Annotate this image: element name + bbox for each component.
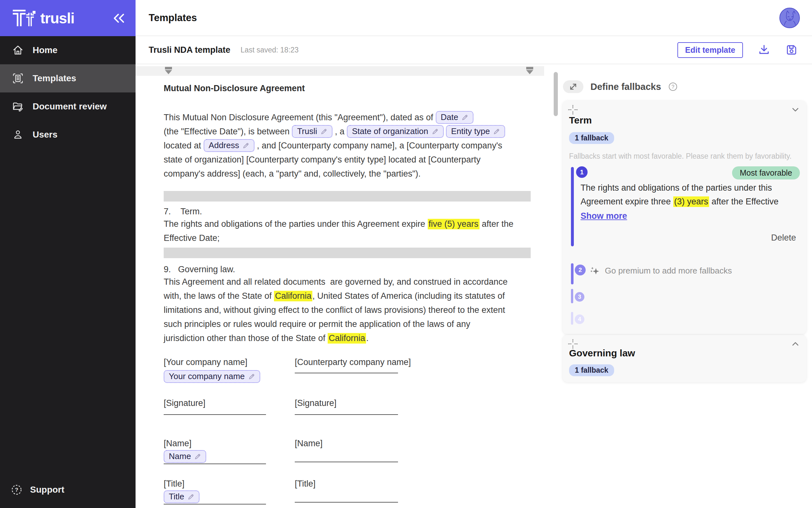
doc-text: state of organization] [Counterparty com… <box>164 155 480 165</box>
doc-text: after the Effective <box>709 197 778 207</box>
fallback-rank-2: 2 Go premium to add more fallbacks <box>569 263 800 286</box>
inline-editable-chip[interactable]: Entity type <box>446 125 505 137</box>
title-chip-slot: Title <box>164 490 295 504</box>
edit-template-button[interactable]: Edit template <box>677 42 743 58</box>
rank-number: 2 <box>575 264 586 276</box>
svg-text:?: ? <box>15 487 18 493</box>
chip-label: Address <box>209 140 239 151</box>
company-name-label-left: [Your company name] <box>164 357 295 368</box>
chip-label: Your company name <box>169 371 245 381</box>
svg-text:?: ? <box>671 84 674 90</box>
inline-editable-chip[interactable]: Name <box>164 450 206 463</box>
inline-editable-chip[interactable]: Address <box>204 139 254 152</box>
document-heading: Mutual Non-Disclosure Agreement <box>164 83 534 94</box>
doc-line: jurisdiction other than those of the Sta… <box>164 331 534 345</box>
document-ruler <box>136 66 544 76</box>
fallback-count-badge: 1 fallback <box>569 132 614 144</box>
chevron-up-icon[interactable] <box>790 339 801 349</box>
trusli-logo-icon <box>10 8 37 29</box>
doc-text: (the "Effective Date"), is between <box>164 127 292 137</box>
templates-icon <box>12 73 23 84</box>
signature-line <box>295 414 398 415</box>
doc-text: company's address] (each, a "party" and,… <box>164 169 421 179</box>
fallback-rank-4: 4 <box>569 312 800 327</box>
card-heading: Term <box>569 115 592 126</box>
inline-editable-chip[interactable]: Trusli <box>292 125 332 137</box>
sidebar: trusli Home <box>0 0 136 508</box>
doc-line: company's address] (each, a "party" and,… <box>164 167 534 181</box>
document-scrollbar-thumb[interactable] <box>554 72 558 116</box>
highlight-text: California <box>328 333 366 344</box>
signature-label-left: [Signature] <box>164 398 295 409</box>
signature-line <box>295 373 398 373</box>
expand-panel-icon[interactable] <box>563 80 583 93</box>
doc-text: , and [Counterparty company name], a [Co… <box>254 141 502 151</box>
show-more-link[interactable]: Show more <box>580 211 627 221</box>
company-name-chip-slot: Your company name <box>164 370 295 384</box>
doc-text: such principles or rules would require o… <box>164 319 470 329</box>
doc-line: located at Address , and [Counterparty c… <box>164 138 534 153</box>
rank-bar <box>571 312 573 325</box>
signature-block: [Your company name] Your company name [C… <box>164 357 531 505</box>
doc-line: The rights and obligations of the partie… <box>164 217 534 231</box>
inline-editable-chip[interactable]: Title <box>164 491 199 503</box>
save-icon[interactable] <box>785 43 798 56</box>
download-icon[interactable] <box>758 43 770 56</box>
rank-bar <box>571 263 574 284</box>
section-7-heading: 7. Term. <box>164 206 534 217</box>
doc-line: The rights and obligations of the partie… <box>580 181 792 195</box>
fallback-text: The rights and obligations of the partie… <box>580 181 792 209</box>
doc-line: Effective Date; <box>164 231 534 245</box>
doc-text: . <box>366 333 369 343</box>
highlight-text: five (5) years <box>428 219 480 229</box>
inline-editable-chip[interactable]: Date <box>436 111 474 124</box>
inline-editable-chip[interactable]: Your company name <box>164 370 260 383</box>
support-icon: ? <box>11 484 22 496</box>
signature-line <box>295 462 398 462</box>
redacted-block <box>164 191 531 202</box>
sidebar-item-templates[interactable]: Templates <box>0 64 136 92</box>
signature-line <box>295 502 398 503</box>
help-icon[interactable]: ? <box>668 82 678 91</box>
edit-pencil-icon <box>320 128 327 135</box>
signature-line <box>164 414 266 415</box>
chevron-down-icon[interactable] <box>790 104 801 115</box>
document-body: Mutual Non-Disclosure Agreement This Mut… <box>164 83 534 505</box>
document-review-icon <box>12 101 23 112</box>
user-avatar[interactable] <box>779 8 800 28</box>
doc-line: such principles or rules would require o… <box>164 317 534 331</box>
ruler-marker-right[interactable] <box>526 67 533 74</box>
sidebar-item-support[interactable]: ? Support <box>0 478 136 501</box>
rank-number: 4 <box>575 314 584 324</box>
rank-bar <box>571 167 574 246</box>
delete-link[interactable]: Delete <box>771 233 796 243</box>
doc-text: , United States of America (including it… <box>312 291 505 301</box>
sidebar-item-users[interactable]: Users <box>0 121 136 149</box>
sidebar-item-document-review[interactable]: Document review <box>0 92 136 121</box>
edit-pencil-icon <box>461 114 468 121</box>
inline-editable-chip[interactable]: State of organization <box>347 125 444 137</box>
chip-label: Title <box>169 492 184 502</box>
edit-pencil-icon <box>194 453 201 460</box>
doc-text: jurisdiction other than those of the Sta… <box>164 333 328 343</box>
doc-text: This Mutual Non Disclosure Agreement (th… <box>164 113 436 123</box>
section-9-heading: 9. Governing law. <box>164 264 534 275</box>
fallback-panel-header: Define fallbacks ? <box>563 80 678 93</box>
doc-line: This Mutual Non Disclosure Agreement (th… <box>164 110 534 124</box>
content-area: Mutual Non-Disclosure Agreement This Mut… <box>136 64 812 508</box>
ruler-marker-left[interactable] <box>164 67 172 74</box>
collapse-sidebar-icon[interactable] <box>112 12 126 25</box>
doc-text: This Agreement and all related documents… <box>164 277 508 287</box>
doc-text <box>444 127 446 137</box>
sidebar-item-home[interactable]: Home <box>0 36 136 64</box>
redacted-block <box>164 248 531 258</box>
edit-pencil-icon <box>248 373 255 380</box>
rank-bar <box>571 289 573 303</box>
doc-text: Agreement expire three <box>580 197 673 207</box>
drag-handle-icon[interactable] <box>568 104 578 115</box>
most-favorable-badge: Most favorable <box>732 166 800 179</box>
chip-label: Trusli <box>297 126 317 136</box>
highlight-text: (3) years <box>673 197 709 207</box>
doc-text: located at <box>164 141 204 151</box>
go-premium-text[interactable]: Go premium to add more fallbacks <box>605 266 732 276</box>
